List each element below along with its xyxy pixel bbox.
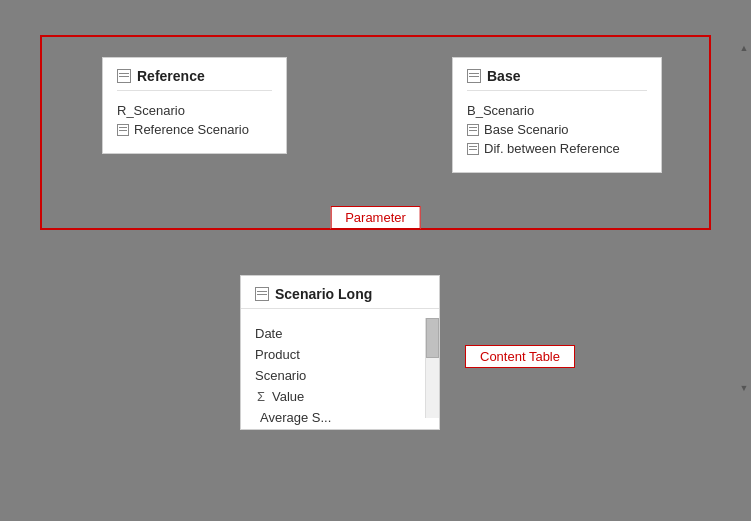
field-scenario[interactable]: Scenario (241, 365, 439, 386)
field-reference-scenario[interactable]: Reference Scenario (117, 120, 272, 139)
field-product[interactable]: Product (241, 344, 439, 365)
reference-card-title: Reference (117, 68, 272, 91)
field-table-icon (117, 124, 129, 136)
field-dif-reference[interactable]: Dif. between Reference (467, 139, 647, 158)
reference-scenario-label: Reference Scenario (134, 122, 249, 137)
scenario-long-icon (255, 287, 269, 301)
dif-reference-icon (467, 143, 479, 155)
main-canvas: Reference R_Scenario Reference Scenario … (0, 0, 751, 521)
base-scenario-icon (467, 124, 479, 136)
scenario-long-title: Scenario Long (241, 286, 439, 309)
field-r-scenario[interactable]: R_Scenario (117, 101, 272, 120)
scenario-long-title-text: Scenario Long (275, 286, 372, 302)
base-card: Base B_Scenario Base Scenario Dif. betwe… (452, 57, 662, 173)
scenario-label: Scenario (255, 368, 306, 383)
field-base-scenario[interactable]: Base Scenario (467, 120, 647, 139)
base-title-text: Base (487, 68, 520, 84)
average-label: Average S... (260, 410, 331, 425)
scroll-down-arrow[interactable]: ▼ (738, 382, 750, 394)
content-table-label: Content Table (465, 345, 575, 368)
value-label: Value (272, 389, 304, 404)
reference-card: Reference R_Scenario Reference Scenario (102, 57, 287, 154)
dif-reference-label: Dif. between Reference (484, 141, 620, 156)
parameter-label-text: Parameter (345, 210, 406, 225)
content-table-label-text: Content Table (480, 349, 560, 364)
parameter-label: Parameter (330, 206, 421, 229)
date-label: Date (255, 326, 282, 341)
r-scenario-label: R_Scenario (117, 103, 185, 118)
product-label: Product (255, 347, 300, 362)
sigma-icon: Σ (255, 389, 267, 404)
field-value[interactable]: Σ Value (241, 386, 439, 407)
scroll-thumb[interactable] (426, 318, 439, 358)
base-table-icon (467, 69, 481, 83)
field-date[interactable]: Date (241, 323, 439, 344)
scrollbar[interactable] (425, 318, 439, 418)
parameter-region: Reference R_Scenario Reference Scenario … (40, 35, 711, 230)
field-average[interactable]: Average S... (241, 407, 439, 428)
scroll-up-arrow[interactable]: ▲ (738, 42, 750, 54)
scenario-long-card: Scenario Long Date Product Scenario Σ Va… (240, 275, 440, 430)
base-card-title: Base (467, 68, 647, 91)
field-b-scenario[interactable]: B_Scenario (467, 101, 647, 120)
reference-title-text: Reference (137, 68, 205, 84)
b-scenario-label: B_Scenario (467, 103, 534, 118)
base-scenario-label: Base Scenario (484, 122, 569, 137)
table-icon (117, 69, 131, 83)
scenario-fields: Date Product Scenario Σ Value Average S.… (241, 319, 439, 429)
